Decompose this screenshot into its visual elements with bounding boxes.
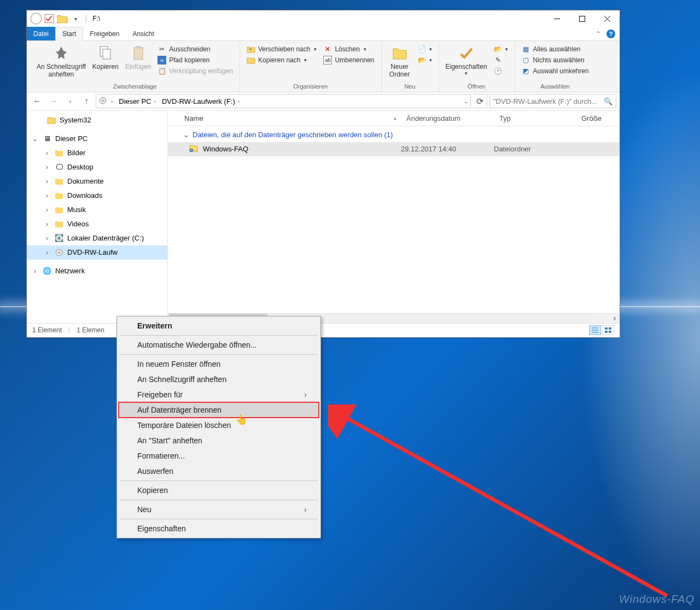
view-details-button[interactable] [589,325,601,335]
new-folder-button[interactable]: Neuer Ordner [385,43,415,80]
context-menu: Erweitern Automatische Wiedergabe öffnen… [116,316,321,538]
crumb-drive[interactable]: DVD-RW-Laufwerk (F:)› [160,97,243,105]
folder-icon [189,143,199,155]
cm-delete-temp[interactable]: Temporäre Dateien löschen [119,418,319,433]
search-input[interactable]: "DVD-RW-Laufwerk (F:)" durch... 🔍 [489,94,616,108]
nav-recent-button[interactable]: ▾ [63,94,77,108]
cut-button[interactable]: ✂Ausschneiden [156,44,234,54]
cm-autoplay[interactable]: Automatische Wiedergabe öffnen... [119,337,319,353]
expand-icon[interactable]: › [43,192,51,200]
tree-pictures[interactable]: ›Bilder [27,146,167,160]
file-group-header[interactable]: ⌄Dateien, die auf den Datenträger geschr… [168,126,620,142]
dropdown-icon[interactable]: ▾ [69,13,81,25]
breadcrumb[interactable]: › Dieser PC› DVD-RW-Laufwerk (F:)› ⌄ [96,94,471,108]
tree-music[interactable]: ›Musik [27,203,167,217]
nav-forward-button[interactable]: → [46,94,61,108]
expand-icon[interactable]: › [43,220,51,228]
col-name[interactable]: Name [184,114,203,122]
nav-back-button[interactable]: ← [30,94,44,108]
file-row[interactable]: Windows-FAQ 29.12.2017 14:40 Dateiordner [168,142,620,156]
folder-icon [54,177,64,186]
expand-icon[interactable]: › [31,267,39,275]
tab-file[interactable]: Datei [27,27,55,40]
newfolder-icon [391,44,409,62]
back-icon[interactable] [30,13,42,25]
tab-share[interactable]: Freigeben [83,27,126,40]
history-button[interactable]: 🕑 [493,66,509,76]
expand-icon[interactable]: › [43,163,51,171]
nav-up-button[interactable]: ↑ [79,94,94,108]
minimize-button[interactable] [544,10,569,27]
tree-documents[interactable]: ›Dokumente [27,174,167,189]
address-dropdown-icon[interactable]: ⌄ [464,98,468,104]
col-type[interactable]: Typ [494,114,576,122]
newitem-icon: 📄 [418,45,427,54]
tree-desktop[interactable]: ›🖵Desktop [27,160,167,174]
view-icons-button[interactable] [602,325,614,335]
tree-downloads[interactable]: ›Downloads [27,189,167,203]
rename-button[interactable]: abUmbenennen [322,55,375,65]
col-date[interactable]: Änderungsdatum [401,114,494,122]
delete-button[interactable]: ✕Löschen▾ [322,44,375,54]
cm-newwindow[interactable]: In neuem Fenster öffnen [119,356,319,372]
folder-icon [54,205,64,215]
properties-button[interactable]: Eigenschaften▾ [442,43,491,78]
collapse-icon[interactable]: ⌄ [31,135,39,143]
move-to-button[interactable]: Verschieben nach▾ [246,44,318,54]
cm-properties[interactable]: Eigenschaften [119,521,319,536]
tab-start[interactable]: Start [55,27,83,41]
history-icon: 🕑 [494,67,503,75]
cm-eject[interactable]: Auswerfen [119,464,319,479]
expand-icon[interactable]: › [43,249,51,256]
desktop-icon: 🖵 [54,162,64,172]
tree-thispc[interactable]: ⌄🖥Dieser PC [27,132,167,146]
crumb-thispc[interactable]: Dieser PC› [116,97,160,105]
svg-point-13 [59,251,60,253]
refresh-button[interactable]: ⟳ [473,94,487,108]
cm-pin-start[interactable]: An "Start" anheften [119,433,319,448]
submenu-arrow-icon: › [304,505,307,514]
tree-system32[interactable]: System32 [27,113,167,127]
select-all-button[interactable]: ▦Alles auswählen [521,44,590,54]
easy-access-button[interactable]: 📂▾ [417,55,433,65]
expand-icon[interactable]: › [43,234,51,242]
expand-icon[interactable]: › [43,178,51,185]
cm-copy[interactable]: Kopieren [119,483,319,498]
copy-to-button[interactable]: Kopieren nach▾ [246,55,318,65]
selectall-icon: ▦ [522,45,530,54]
pin-quickaccess-button[interactable]: An Schnellzugriff anheften [33,43,89,80]
scroll-right-icon[interactable]: › [610,313,620,323]
maximize-button[interactable] [569,10,594,27]
tree-dvddrive[interactable]: ›DVD-RW-Laufw [27,245,167,260]
tree-network[interactable]: ›🌐Netzwerk [27,264,167,278]
cm-expand[interactable]: Erweitern [119,318,319,333]
submenu-arrow-icon: › [304,390,307,399]
delete-icon: ✕ [323,45,332,54]
select-none-button[interactable]: ▢Nichts auswählen [521,55,590,65]
tree-videos[interactable]: ›Videos [27,217,167,231]
open-button[interactable]: 📂▾ [493,44,509,54]
svg-point-11 [102,99,104,101]
copy-button[interactable]: Kopieren [89,43,122,72]
cm-new[interactable]: Neu› [119,502,319,517]
collapse-ribbon-icon[interactable]: ⌃ [596,30,601,38]
tab-view[interactable]: Ansicht [126,27,160,40]
invert-selection-button[interactable]: ◩Auswahl umkehren [521,66,590,76]
collapse-icon[interactable]: ⌄ [183,131,189,139]
cm-share[interactable]: Freigeben für› [119,387,319,402]
checkbox-icon[interactable] [43,13,55,25]
copy-path-button[interactable]: wPfad kopieren [156,55,234,65]
edit-button[interactable]: ✎ [493,55,509,65]
close-button[interactable] [594,10,620,27]
cm-burn[interactable]: Auf Datenträger brennen [119,402,319,418]
col-size[interactable]: Größe [576,114,620,122]
expand-icon[interactable]: › [43,206,51,214]
cm-format[interactable]: Formatieren... [119,448,319,464]
list-header: Name▴ Änderungsdatum Typ Größe [168,111,620,126]
cm-pin-quickaccess[interactable]: An Schnellzugriff anheften [119,372,319,387]
tree-localdisk[interactable]: ›💽Lokaler Datenträger (C:) [27,231,167,245]
svg-rect-21 [609,331,611,333]
new-item-button[interactable]: 📄▾ [417,44,433,54]
help-icon[interactable]: ? [606,30,615,38]
expand-icon[interactable]: › [43,149,51,157]
